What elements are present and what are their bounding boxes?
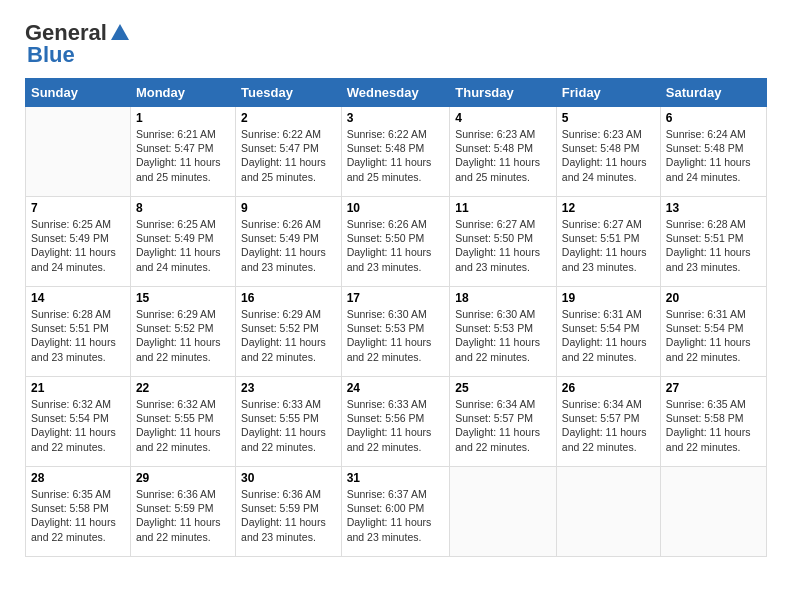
day-info: Sunrise: 6:30 AMSunset: 5:53 PMDaylight:… [347,307,445,364]
day-number: 9 [241,201,336,215]
day-info: Sunrise: 6:31 AMSunset: 5:54 PMDaylight:… [562,307,655,364]
day-info: Sunrise: 6:32 AMSunset: 5:54 PMDaylight:… [31,397,125,454]
calendar-cell: 7Sunrise: 6:25 AMSunset: 5:49 PMDaylight… [26,197,131,287]
calendar-cell: 4Sunrise: 6:23 AMSunset: 5:48 PMDaylight… [450,107,557,197]
calendar-cell: 29Sunrise: 6:36 AMSunset: 5:59 PMDayligh… [130,467,235,557]
calendar-cell: 15Sunrise: 6:29 AMSunset: 5:52 PMDayligh… [130,287,235,377]
calendar-cell: 12Sunrise: 6:27 AMSunset: 5:51 PMDayligh… [556,197,660,287]
calendar-week-row: 28Sunrise: 6:35 AMSunset: 5:58 PMDayligh… [26,467,767,557]
day-number: 12 [562,201,655,215]
day-info: Sunrise: 6:36 AMSunset: 5:59 PMDaylight:… [136,487,230,544]
calendar-week-row: 1Sunrise: 6:21 AMSunset: 5:47 PMDaylight… [26,107,767,197]
calendar-cell: 10Sunrise: 6:26 AMSunset: 5:50 PMDayligh… [341,197,450,287]
day-info: Sunrise: 6:26 AMSunset: 5:50 PMDaylight:… [347,217,445,274]
calendar-cell: 27Sunrise: 6:35 AMSunset: 5:58 PMDayligh… [660,377,766,467]
calendar-cell: 3Sunrise: 6:22 AMSunset: 5:48 PMDaylight… [341,107,450,197]
logo-icon [109,22,131,44]
calendar-cell: 5Sunrise: 6:23 AMSunset: 5:48 PMDaylight… [556,107,660,197]
day-number: 19 [562,291,655,305]
day-number: 17 [347,291,445,305]
day-info: Sunrise: 6:25 AMSunset: 5:49 PMDaylight:… [136,217,230,274]
weekday-header: Thursday [450,79,557,107]
day-info: Sunrise: 6:29 AMSunset: 5:52 PMDaylight:… [241,307,336,364]
day-number: 10 [347,201,445,215]
calendar-cell: 26Sunrise: 6:34 AMSunset: 5:57 PMDayligh… [556,377,660,467]
header: General Blue [25,20,767,68]
weekday-header: Sunday [26,79,131,107]
day-number: 13 [666,201,761,215]
day-info: Sunrise: 6:23 AMSunset: 5:48 PMDaylight:… [562,127,655,184]
day-info: Sunrise: 6:30 AMSunset: 5:53 PMDaylight:… [455,307,551,364]
calendar-cell: 11Sunrise: 6:27 AMSunset: 5:50 PMDayligh… [450,197,557,287]
calendar-week-row: 7Sunrise: 6:25 AMSunset: 5:49 PMDaylight… [26,197,767,287]
calendar-header-row: SundayMondayTuesdayWednesdayThursdayFrid… [26,79,767,107]
day-info: Sunrise: 6:33 AMSunset: 5:55 PMDaylight:… [241,397,336,454]
weekday-header: Saturday [660,79,766,107]
calendar-cell: 24Sunrise: 6:33 AMSunset: 5:56 PMDayligh… [341,377,450,467]
calendar-cell [556,467,660,557]
calendar-cell: 18Sunrise: 6:30 AMSunset: 5:53 PMDayligh… [450,287,557,377]
day-number: 24 [347,381,445,395]
day-number: 28 [31,471,125,485]
day-number: 3 [347,111,445,125]
day-number: 23 [241,381,336,395]
calendar-week-row: 21Sunrise: 6:32 AMSunset: 5:54 PMDayligh… [26,377,767,467]
calendar-cell: 30Sunrise: 6:36 AMSunset: 5:59 PMDayligh… [236,467,342,557]
day-number: 6 [666,111,761,125]
day-info: Sunrise: 6:32 AMSunset: 5:55 PMDaylight:… [136,397,230,454]
day-number: 30 [241,471,336,485]
calendar-cell [450,467,557,557]
day-info: Sunrise: 6:28 AMSunset: 5:51 PMDaylight:… [666,217,761,274]
day-info: Sunrise: 6:26 AMSunset: 5:49 PMDaylight:… [241,217,336,274]
day-number: 29 [136,471,230,485]
calendar-cell: 25Sunrise: 6:34 AMSunset: 5:57 PMDayligh… [450,377,557,467]
calendar-cell [26,107,131,197]
day-info: Sunrise: 6:23 AMSunset: 5:48 PMDaylight:… [455,127,551,184]
day-info: Sunrise: 6:21 AMSunset: 5:47 PMDaylight:… [136,127,230,184]
day-info: Sunrise: 6:22 AMSunset: 5:48 PMDaylight:… [347,127,445,184]
calendar-cell: 1Sunrise: 6:21 AMSunset: 5:47 PMDaylight… [130,107,235,197]
calendar-cell: 21Sunrise: 6:32 AMSunset: 5:54 PMDayligh… [26,377,131,467]
weekday-header: Wednesday [341,79,450,107]
calendar-cell: 13Sunrise: 6:28 AMSunset: 5:51 PMDayligh… [660,197,766,287]
calendar-cell: 14Sunrise: 6:28 AMSunset: 5:51 PMDayligh… [26,287,131,377]
calendar-cell [660,467,766,557]
day-number: 5 [562,111,655,125]
calendar-cell: 6Sunrise: 6:24 AMSunset: 5:48 PMDaylight… [660,107,766,197]
calendar-cell: 16Sunrise: 6:29 AMSunset: 5:52 PMDayligh… [236,287,342,377]
day-number: 21 [31,381,125,395]
day-info: Sunrise: 6:34 AMSunset: 5:57 PMDaylight:… [562,397,655,454]
day-number: 4 [455,111,551,125]
day-number: 22 [136,381,230,395]
day-number: 18 [455,291,551,305]
svg-marker-0 [111,24,129,40]
day-number: 11 [455,201,551,215]
day-number: 16 [241,291,336,305]
day-number: 26 [562,381,655,395]
day-info: Sunrise: 6:28 AMSunset: 5:51 PMDaylight:… [31,307,125,364]
day-info: Sunrise: 6:29 AMSunset: 5:52 PMDaylight:… [136,307,230,364]
day-info: Sunrise: 6:25 AMSunset: 5:49 PMDaylight:… [31,217,125,274]
day-number: 27 [666,381,761,395]
day-info: Sunrise: 6:27 AMSunset: 5:50 PMDaylight:… [455,217,551,274]
weekday-header: Friday [556,79,660,107]
day-number: 1 [136,111,230,125]
day-number: 31 [347,471,445,485]
day-info: Sunrise: 6:36 AMSunset: 5:59 PMDaylight:… [241,487,336,544]
calendar-cell: 20Sunrise: 6:31 AMSunset: 5:54 PMDayligh… [660,287,766,377]
calendar-cell: 8Sunrise: 6:25 AMSunset: 5:49 PMDaylight… [130,197,235,287]
day-info: Sunrise: 6:35 AMSunset: 5:58 PMDaylight:… [666,397,761,454]
day-number: 20 [666,291,761,305]
day-number: 15 [136,291,230,305]
day-number: 7 [31,201,125,215]
calendar-cell: 23Sunrise: 6:33 AMSunset: 5:55 PMDayligh… [236,377,342,467]
day-number: 25 [455,381,551,395]
calendar: SundayMondayTuesdayWednesdayThursdayFrid… [25,78,767,557]
day-number: 8 [136,201,230,215]
calendar-cell: 9Sunrise: 6:26 AMSunset: 5:49 PMDaylight… [236,197,342,287]
day-number: 14 [31,291,125,305]
calendar-cell: 22Sunrise: 6:32 AMSunset: 5:55 PMDayligh… [130,377,235,467]
day-info: Sunrise: 6:34 AMSunset: 5:57 PMDaylight:… [455,397,551,454]
calendar-cell: 17Sunrise: 6:30 AMSunset: 5:53 PMDayligh… [341,287,450,377]
calendar-cell: 31Sunrise: 6:37 AMSunset: 6:00 PMDayligh… [341,467,450,557]
